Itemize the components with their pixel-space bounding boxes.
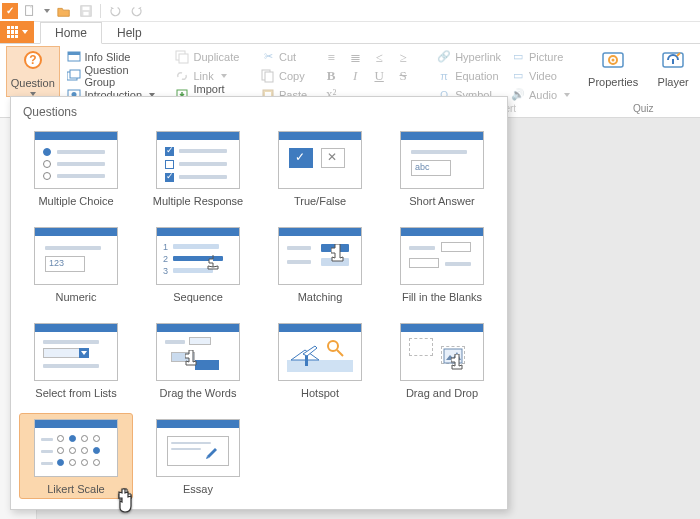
question-type-sequence[interactable]: 1 2 3 Sequence [141,221,255,307]
underline-button[interactable]: U [370,68,388,84]
equation-button[interactable]: πEquation [434,67,504,84]
strike-button[interactable]: S [394,68,412,84]
question-grid: Multiple Choice ✓ ✓ Multiple Response ✓ … [19,125,499,499]
tab-home[interactable]: Home [40,22,102,44]
question-type-drag-and-drop[interactable]: Drag and Drop [385,317,499,403]
q-label: Select from Lists [35,387,116,399]
link-label: Link [193,70,213,82]
info-slide-label: Info Slide [85,51,131,63]
q-label: Short Answer [409,195,474,207]
svg-point-21 [612,59,615,62]
question-type-likert-scale[interactable]: Likert Scale [19,413,133,499]
duplicate-button[interactable]: Duplicate [172,48,246,65]
file-tab[interactable] [0,21,34,43]
italic-button[interactable]: I [346,68,364,84]
group-quiz: Properties Player Quiz [579,44,700,117]
dropdown-title: Questions [19,103,499,125]
indent-dec-icon[interactable]: ≤ [370,50,388,66]
bold-button[interactable]: B [322,68,340,84]
question-dropdown: Questions Multiple Choice ✓ ✓ Multiple R… [10,96,508,510]
q-label: Matching [298,291,343,303]
audio-button[interactable]: 🔊Audio [508,86,573,103]
q-label: Drag and Drop [406,387,478,399]
open-button[interactable] [54,2,74,20]
svg-rect-2 [83,6,90,10]
new-button[interactable] [20,2,40,20]
svg-line-29 [337,350,343,356]
player-button[interactable]: Player [645,46,700,88]
question-type-fill-in-the-blanks[interactable]: Fill in the Blanks [385,221,499,307]
svg-rect-26 [287,360,353,372]
svg-text:?: ? [29,53,36,67]
svg-rect-16 [265,72,273,82]
svg-rect-3 [83,11,88,15]
q-label: Essay [183,483,213,495]
video-label: Video [529,70,557,82]
question-type-true-false[interactable]: ✓ ✕ True/False [263,125,377,211]
redo-button[interactable] [127,2,147,20]
group-quiz-label: Quiz [585,103,700,117]
bullets-icon[interactable]: ≡ [322,50,340,66]
svg-rect-9 [70,70,80,78]
q-label: Fill in the Blanks [402,291,482,303]
question-type-numeric[interactable]: 123 Numeric [19,221,133,307]
chevron-down-icon [221,74,227,78]
video-button[interactable]: ▭Video [508,67,573,84]
picture-button[interactable]: ▭Picture [508,48,573,65]
copy-button[interactable]: Copy [258,67,310,84]
numbering-icon[interactable]: ≣ [346,50,364,66]
info-slide-button[interactable]: Info Slide [64,48,161,65]
question-type-hotspot[interactable]: Hotspot [263,317,377,403]
q-label: Multiple Response [153,195,244,207]
hyperlink-button[interactable]: 🔗Hyperlink [434,48,504,65]
link-button[interactable]: Link [172,67,246,84]
question-group-button[interactable]: Question Group [64,67,161,84]
qat-dropdown[interactable] [42,2,52,20]
question-type-drag-the-words[interactable]: Drag the Words [141,317,255,403]
question-group-label: Question Group [85,64,158,88]
svg-point-28 [328,341,338,351]
question-type-essay[interactable]: Essay [141,413,255,499]
player-label: Player [658,76,689,88]
q-label: Likert Scale [47,483,104,495]
save-button[interactable] [76,2,96,20]
equation-label: Equation [455,70,498,82]
ribbon-tabs: Home Help [0,22,700,44]
q-label: Numeric [56,291,97,303]
quick-access-toolbar [0,0,700,22]
q-label: True/False [294,195,346,207]
q-label: Hotspot [301,387,339,399]
question-type-select-from-lists[interactable]: Select from Lists [19,317,133,403]
question-type-multiple-choice[interactable]: Multiple Choice [19,125,133,211]
properties-label: Properties [588,76,638,88]
svg-rect-13 [179,54,188,63]
svg-rect-23 [672,59,674,64]
question-button-label: Question [11,77,55,89]
picture-label: Picture [529,51,563,63]
audio-label: Audio [529,89,557,101]
question-button[interactable]: ? Question [6,46,60,97]
q-label: Drag the Words [160,387,237,399]
q-label: Multiple Choice [38,195,113,207]
duplicate-label: Duplicate [193,51,239,63]
cut-label: Cut [279,51,296,63]
properties-button[interactable]: Properties [585,46,641,88]
cut-button[interactable]: ✂Cut [258,48,310,65]
chevron-down-icon [564,93,570,97]
svg-rect-7 [68,52,80,55]
indent-inc-icon[interactable]: ≥ [394,50,412,66]
undo-button[interactable] [105,2,125,20]
hyperlink-label: Hyperlink [455,51,501,63]
tab-help[interactable]: Help [102,21,157,43]
question-type-matching[interactable]: Matching [263,221,377,307]
app-icon [2,3,18,19]
copy-label: Copy [279,70,305,82]
q-label: Sequence [173,291,223,303]
question-type-short-answer[interactable]: abc Short Answer [385,125,499,211]
question-type-multiple-response[interactable]: ✓ ✓ Multiple Response [141,125,255,211]
